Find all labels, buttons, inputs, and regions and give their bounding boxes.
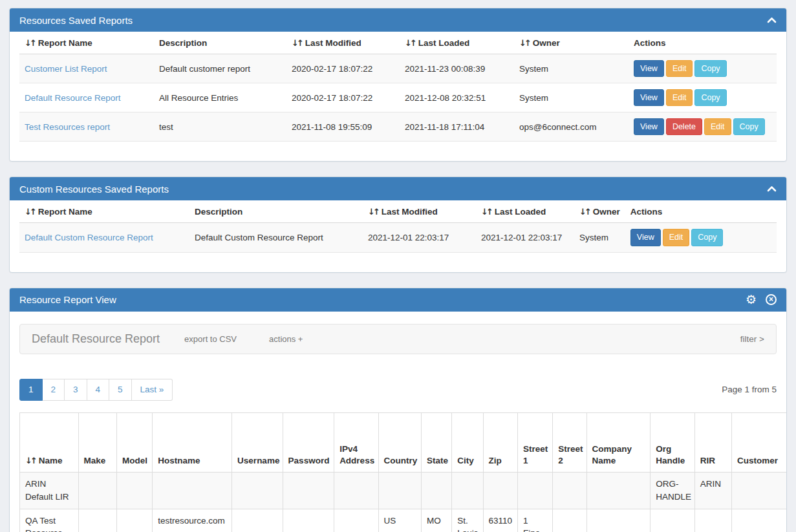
view-button[interactable]: View [630, 229, 661, 246]
column-header: State [421, 413, 451, 473]
column-label: Company Name [592, 444, 632, 465]
resource-report-table: ↓↑NameMakeModelHostnameUsernamePasswordI… [19, 412, 786, 532]
column-header: Zip [483, 413, 517, 473]
copy-button[interactable]: Copy [694, 60, 726, 77]
column-header: Model [116, 413, 152, 473]
column-header: RIR [694, 413, 731, 473]
view-button[interactable]: View [634, 60, 664, 77]
data-cell [78, 509, 116, 532]
data-cell: testresource.com [153, 509, 232, 532]
data-cell [732, 509, 786, 532]
column-label: Username [237, 456, 279, 465]
custom-resources-saved-reports-header: Custom Resources Saved Reports [10, 177, 786, 200]
column-label: Zip [489, 456, 502, 465]
resources-saved-reports-header: Resources Saved Reports [10, 8, 786, 32]
last-loaded-cell: 2021-11-18 17:11:04 [400, 112, 514, 142]
actions-menu-link[interactable]: actions + [269, 334, 303, 344]
page-button-1[interactable]: 1 [19, 379, 43, 401]
page-button-4[interactable]: 4 [87, 379, 110, 401]
data-cell [553, 509, 586, 532]
panel-title: Resource Report View [19, 294, 116, 305]
table-row: Default Resource ReportAll Resource Entr… [19, 83, 777, 112]
column-label: Password [288, 456, 330, 465]
panel-title: Resources Saved Reports [19, 15, 133, 26]
column-label: Description [159, 38, 207, 48]
column-label: RIR [700, 456, 715, 465]
page-summary: Page 1 from 5 [722, 385, 777, 394]
gear-icon[interactable]: ⚙ [746, 293, 757, 306]
data-cell [334, 509, 378, 532]
page-button-2[interactable]: 2 [43, 379, 65, 401]
column-header: Hostname [153, 413, 232, 473]
data-cell: MO [421, 509, 451, 532]
report-name-link[interactable]: Default Resource Report [25, 93, 121, 103]
custom-saved-reports-table: ↓↑Report NameDescription↓↑Last Modified↓… [19, 200, 777, 252]
data-cell [421, 473, 451, 509]
data-cell [232, 509, 283, 532]
column-header: Username [232, 413, 283, 473]
data-cell: 1 Fine Arts Dr. [517, 509, 552, 532]
column-label: Description [195, 207, 242, 217]
copy-button[interactable]: Copy [694, 89, 726, 106]
column-label: Last Modified [382, 207, 438, 217]
report-name-link[interactable]: Default Custom Resource Report [25, 233, 153, 242]
column-header: IPv4 Address [334, 413, 378, 473]
report-name-link[interactable]: Customer List Report [25, 64, 107, 74]
copy-button[interactable]: Copy [691, 229, 723, 246]
description-cell: All Resource Entries [154, 83, 286, 112]
edit-button[interactable]: Edit [663, 229, 690, 246]
last-modified-cell: 2021-11-08 19:55:09 [286, 112, 400, 142]
export-csv-link[interactable]: export to CSV [184, 334, 237, 344]
data-cell [517, 473, 552, 509]
column-header[interactable]: ↓↑Report Name [19, 32, 154, 54]
owner-cell: ops@6connect.com [514, 112, 629, 142]
column-header[interactable]: ↓↑Owner [514, 32, 629, 54]
data-cell [553, 473, 586, 509]
data-cell [334, 473, 378, 509]
column-header: Country [378, 413, 421, 473]
edit-button[interactable]: Edit [704, 118, 731, 135]
page-button-3[interactable]: 3 [65, 379, 87, 401]
view-button[interactable]: View [634, 89, 664, 106]
resources-saved-reports-panel: Resources Saved Reports ↓↑Report NameDes… [9, 8, 787, 162]
close-icon[interactable]: × [766, 294, 777, 305]
sort-icon: ↓↑ [481, 207, 491, 217]
resource-report-view-header: Resource Report View ⚙ × [10, 288, 786, 312]
sort-icon: ↓↑ [405, 38, 415, 48]
copy-button[interactable]: Copy [733, 118, 765, 135]
column-header[interactable]: ↓↑Last Modified [363, 200, 476, 223]
collapse-chevron-up-icon[interactable] [767, 186, 777, 192]
data-cell [586, 473, 651, 509]
report-name-link[interactable]: Test Resources report [25, 122, 110, 132]
column-header: Street 1 [517, 413, 552, 473]
column-header[interactable]: ↓↑Last Loaded [476, 200, 574, 223]
pagination-row: 12345Last » Page 1 from 5 [19, 379, 777, 401]
edit-button[interactable]: Edit [666, 89, 693, 106]
column-label: Owner [533, 38, 560, 48]
column-label: IPv4 Address [339, 444, 374, 465]
sort-icon: ↓↑ [368, 207, 378, 217]
delete-button[interactable]: Delete [666, 118, 702, 135]
page-button-5[interactable]: 5 [109, 379, 132, 401]
page-button-last[interactable]: Last » [132, 379, 173, 401]
column-header[interactable]: ↓↑Name [20, 413, 79, 473]
column-header[interactable]: ↓↑Report Name [19, 200, 189, 223]
panel-title: Custom Resources Saved Reports [19, 184, 169, 195]
report-toolbar: Default Resource Report export to CSV ac… [19, 324, 777, 354]
data-cell [732, 473, 786, 509]
column-label: City [457, 456, 474, 465]
column-header: City [452, 413, 483, 473]
column-header: Company Name [586, 413, 651, 473]
data-cell [651, 509, 694, 532]
view-button[interactable]: View [634, 118, 664, 135]
data-cell: ORG-HANDLE [651, 473, 694, 509]
column-header[interactable]: ↓↑Last Loaded [400, 32, 514, 54]
edit-button[interactable]: Edit [666, 60, 693, 77]
last-loaded-cell: 2021-12-01 22:03:17 [476, 223, 574, 252]
filter-link[interactable]: filter > [740, 334, 764, 344]
data-cell [232, 473, 283, 509]
data-cell [283, 473, 334, 509]
column-header[interactable]: ↓↑Last Modified [286, 32, 400, 54]
collapse-chevron-up-icon[interactable] [767, 17, 777, 23]
column-header[interactable]: ↓↑Owner [574, 200, 625, 223]
